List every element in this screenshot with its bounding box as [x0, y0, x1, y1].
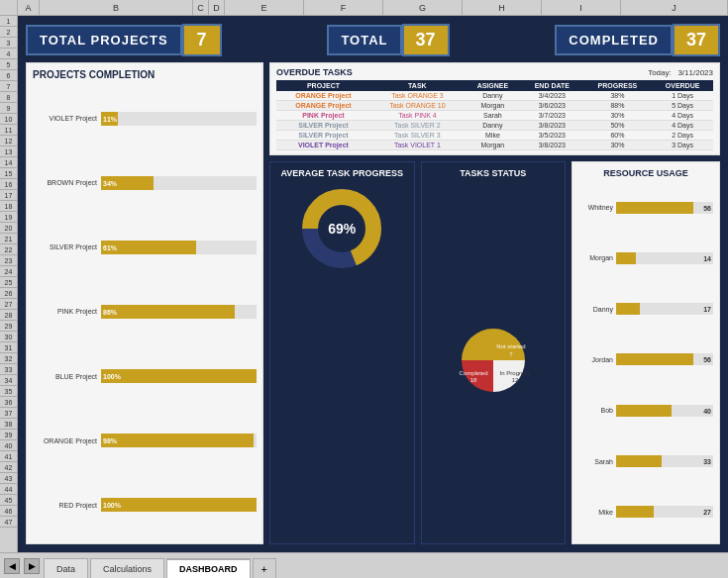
row-header-39: 39 [0, 430, 17, 440]
overdue-col-header: ASIGNEE [465, 80, 521, 91]
row-header-7: 7 [0, 81, 17, 92]
col-header-d: D [209, 0, 225, 15]
tab-add-button[interactable]: + [253, 558, 276, 578]
overdue-table-cell: 2 Days [652, 131, 713, 141]
row-header-35: 35 [0, 386, 17, 397]
bar-label: ORANGE Project [33, 437, 97, 444]
total-stat: TOTAL 37 [327, 24, 449, 56]
row-header-21: 21 [0, 234, 17, 244]
col-header-g: G [383, 0, 463, 15]
bar-label: SILVER Project [33, 243, 97, 250]
row-header-32: 32 [0, 353, 17, 364]
col-header-e: E [225, 0, 304, 15]
svg-text:7: 7 [509, 351, 513, 357]
resource-row: Mike27 [578, 506, 713, 518]
bar-pct-label: 61% [103, 243, 117, 250]
overdue-col-header: END DATE [521, 80, 583, 91]
row-header-14: 14 [0, 157, 17, 168]
row-header-4: 4 [0, 48, 17, 59]
row-header-3: 3 [0, 38, 17, 48]
projects-completion-panel: PROJECTS COMPLETION VIOLET Project11%BRO… [26, 62, 263, 544]
row-header-47: 47 [0, 517, 17, 528]
resource-row: Danny17 [578, 303, 713, 315]
tab-dashboard[interactable]: DASHBOARD [166, 558, 251, 578]
bar-row: RED Project100% [33, 498, 257, 512]
overdue-table-cell: Danny [465, 121, 521, 131]
resource-bar-container: 27 [616, 506, 713, 518]
resource-name-label: Morgan [578, 254, 613, 261]
resource-bar-fill [616, 202, 693, 214]
tab-nav-prev[interactable]: ◀ [4, 558, 20, 574]
resource-bar-container: 33 [616, 455, 713, 467]
main-area: 1 2 3 4 5 6 7 8 9 10 11 12 13 14 15 16 1… [0, 16, 728, 552]
bar-fill [101, 369, 257, 383]
completed-label: COMPLETED [555, 25, 673, 55]
overdue-table-cell: 3/8/2023 [521, 121, 583, 131]
resource-name-label: Mike [578, 509, 613, 516]
resource-row: Sarah33 [578, 455, 713, 467]
overdue-table-cell: 30% [583, 141, 652, 150]
overdue-table-row: SILVER ProjectTask SILVER 2Danny3/8/2023… [276, 121, 713, 131]
overdue-table-cell: Mike [465, 131, 521, 141]
resource-bar-container: 17 [616, 303, 713, 315]
row-header-34: 34 [0, 375, 17, 386]
overdue-table-cell: PINK Project [276, 111, 370, 121]
overdue-table-row: ORANGE ProjectTask ORANGE 10Morgan3/6/20… [276, 101, 713, 111]
resource-bar-container: 56 [616, 202, 713, 214]
overdue-table-row: SILVER ProjectTask SILVER 3Mike3/5/20236… [276, 131, 713, 141]
col-header-b: B [40, 0, 193, 15]
tab-nav-next[interactable]: ▶ [24, 558, 40, 574]
bar-pct-label: 100% [103, 502, 121, 509]
row-header-24: 24 [0, 266, 17, 277]
overdue-table-cell: Morgan [465, 101, 521, 111]
resource-row: Whitney56 [578, 202, 713, 214]
row-header-8: 8 [0, 92, 17, 103]
resource-row: Bob40 [578, 405, 713, 417]
col-header-j: J [621, 0, 728, 15]
resource-bar-fill [616, 405, 672, 417]
bar-row: VIOLET Project11% [33, 112, 257, 126]
bar-label: PINK Project [33, 308, 97, 315]
row-header-37: 37 [0, 408, 17, 419]
col-header-f: F [304, 0, 383, 15]
projects-completion-title: PROJECTS COMPLETION [33, 69, 257, 80]
row-header-40: 40 [0, 440, 17, 451]
row-header-36: 36 [0, 397, 17, 408]
dashboard-content: TOTAL PROJECTS 7 TOTAL 37 COMPLETED 37 [18, 16, 728, 552]
total-projects-value: 7 [182, 24, 222, 56]
tab-data[interactable]: Data [44, 558, 88, 578]
bar-chart: VIOLET Project11%BROWN Project34%SILVER … [33, 86, 257, 537]
resource-bar-container: 40 [616, 405, 713, 417]
resource-bar-container: 14 [616, 252, 713, 264]
overdue-table-cell: 4 Days [652, 111, 713, 121]
svg-text:Completed: Completed [459, 370, 487, 376]
row-header-26: 26 [0, 288, 17, 299]
overdue-table-cell: 3 Days [652, 141, 713, 150]
overdue-table-cell: Task VIOLET 1 [370, 141, 465, 150]
overdue-table-cell: 88% [583, 101, 652, 111]
total-value: 37 [402, 24, 450, 56]
bar-container: 86% [101, 305, 257, 319]
overdue-table: PROJECTTASKASIGNEEEND DATEPROGRESSOVERDU… [276, 80, 713, 150]
overdue-table-cell: 38% [583, 91, 652, 101]
overdue-table-cell: 3/6/2023 [521, 101, 583, 111]
resource-bar-value: 33 [703, 458, 711, 465]
tab-calculations[interactable]: Calculations [90, 558, 164, 578]
row-header-2: 2 [0, 27, 17, 38]
bottom-panels: AVERAGE TASK PROGRESS 69% [269, 161, 720, 544]
avg-task-progress-panel: AVERAGE TASK PROGRESS 69% [269, 161, 415, 544]
bar-pct-label: 98% [103, 437, 117, 444]
row-header-17: 17 [0, 190, 17, 201]
bar-container: 11% [101, 112, 257, 126]
bar-row: BROWN Project34% [33, 176, 257, 190]
resource-usage-panel: RESOURCE USAGE Whitney56Morgan14Danny17J… [572, 161, 720, 544]
overdue-table-row: ORANGE ProjectTask ORANGE 3Danny3/4/2023… [276, 91, 713, 101]
bar-row: ORANGE Project98% [33, 434, 257, 447]
row-header-27: 27 [0, 299, 17, 310]
resource-bar-value: 56 [703, 204, 711, 211]
overdue-table-cell: SILVER Project [276, 121, 370, 131]
total-label: TOTAL [327, 25, 401, 55]
overdue-table-cell: Task ORANGE 10 [370, 101, 465, 111]
resource-name-label: Bob [578, 407, 613, 414]
donut-chart: 69% [297, 184, 386, 273]
